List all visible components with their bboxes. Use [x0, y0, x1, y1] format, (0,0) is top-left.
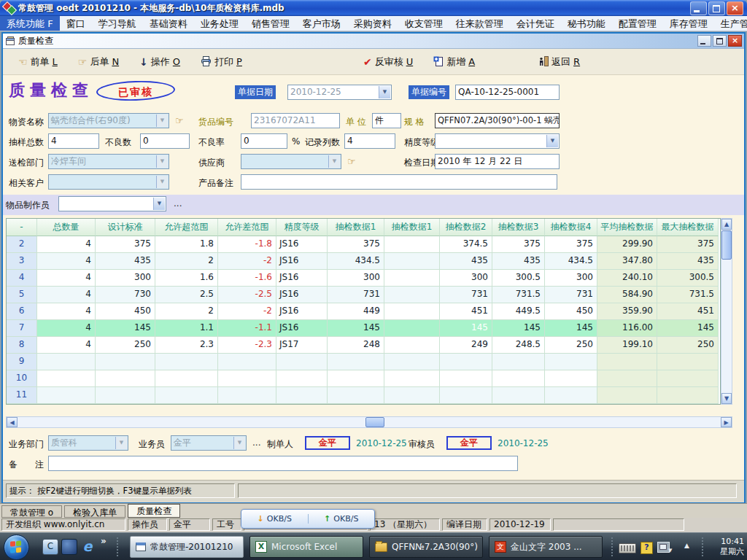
cell[interactable]: 1.1: [155, 320, 218, 337]
menu-item-3[interactable]: 学习导航: [92, 16, 143, 31]
cell[interactable]: [384, 253, 440, 270]
column-header[interactable]: 设计标准: [96, 219, 155, 236]
cell[interactable]: 731: [545, 287, 597, 303]
cell[interactable]: [384, 387, 440, 404]
mdi-tab-1[interactable]: 常鼓管理 o: [1, 505, 62, 518]
maker-combo[interactable]: ▼: [58, 196, 166, 211]
biz-dept-combo[interactable]: 质管科▼: [48, 435, 128, 451]
item-no-field[interactable]: 23167072A11: [251, 113, 340, 128]
menu-item-6[interactable]: 销售管理: [245, 16, 296, 31]
cell[interactable]: 300: [440, 270, 492, 287]
child-close-button[interactable]: ×: [728, 35, 742, 47]
keyboard-tray-icon[interactable]: [619, 543, 636, 553]
menu-item-12[interactable]: 秘书功能: [561, 16, 612, 31]
cell[interactable]: JS16: [276, 236, 328, 253]
menu-item-11[interactable]: 会计凭证: [510, 16, 561, 31]
toolbar-button-N[interactable]: ☞后单N: [73, 52, 124, 71]
defect-count-field[interactable]: 0: [140, 133, 190, 149]
row-header[interactable]: 8: [7, 337, 37, 354]
cell[interactable]: 145: [657, 320, 719, 337]
dept-combo[interactable]: 冷焊车间▼: [48, 154, 169, 169]
cell[interactable]: [384, 370, 440, 387]
cell[interactable]: 375: [492, 236, 545, 253]
cell[interactable]: 435: [492, 253, 545, 270]
cell[interactable]: 375: [545, 236, 597, 253]
cell[interactable]: [657, 354, 719, 370]
cell[interactable]: [96, 387, 155, 404]
cell[interactable]: [328, 354, 384, 370]
column-header[interactable]: 抽检数据2: [440, 219, 492, 236]
toolbar-button-P[interactable]: 打印P: [196, 52, 247, 71]
cell[interactable]: [37, 387, 96, 404]
row-header[interactable]: 11: [7, 387, 37, 404]
cell[interactable]: [276, 354, 328, 370]
cell[interactable]: JS16: [276, 320, 328, 337]
cell[interactable]: 584.90: [597, 287, 657, 303]
toolbar-button-L[interactable]: ☜前单L: [13, 52, 63, 71]
cell[interactable]: 4: [37, 303, 96, 320]
chevron-down-icon[interactable]: ▼: [546, 135, 558, 147]
cell[interactable]: 300.5: [492, 270, 545, 287]
bill-no-field[interactable]: QA-10-12-25-0001: [455, 85, 560, 100]
mdi-tab-3[interactable]: 质量检查: [128, 504, 180, 518]
cell[interactable]: [218, 370, 276, 387]
cell[interactable]: 2: [155, 303, 218, 320]
cell[interactable]: [384, 354, 440, 370]
row-header[interactable]: 2: [7, 236, 37, 253]
cell[interactable]: JS16: [276, 253, 328, 270]
cell[interactable]: [384, 337, 440, 354]
cell[interactable]: 375: [96, 236, 155, 253]
column-header[interactable]: -: [7, 219, 37, 236]
cell[interactable]: 2.3: [155, 337, 218, 354]
cell[interactable]: 250: [545, 337, 597, 354]
row-header[interactable]: 6: [7, 303, 37, 320]
menu-item-7[interactable]: 客户市场: [296, 16, 347, 31]
mdi-tab-2[interactable]: 检验入库单: [64, 505, 125, 518]
child-minimize-button[interactable]: [697, 35, 711, 47]
row-header[interactable]: 10: [7, 370, 37, 387]
cell[interactable]: 731.5: [492, 287, 545, 303]
bill-date-combo[interactable]: 2010-12-25▼: [287, 85, 392, 100]
task-button-4[interactable]: 文金山文字 2003 ...: [489, 536, 603, 558]
cell[interactable]: 300: [328, 270, 384, 287]
spec-field[interactable]: QFFN07.2A/30(90°)-00-1 蜗壳: [435, 113, 560, 128]
cell[interactable]: 374.5: [440, 236, 492, 253]
menu-item-9[interactable]: 收支管理: [398, 16, 449, 31]
tray-clock[interactable]: 10:41 星期六: [720, 537, 744, 557]
horizontal-scrollbar[interactable]: ◀ ▶: [6, 416, 732, 428]
cell[interactable]: [37, 354, 96, 370]
cell[interactable]: [492, 387, 545, 404]
product-note-field[interactable]: [241, 174, 557, 190]
cell[interactable]: 375: [657, 236, 719, 253]
cell[interactable]: JS16: [276, 270, 328, 287]
cell[interactable]: 300.5: [657, 270, 719, 287]
cell[interactable]: 434.5: [328, 253, 384, 270]
cell[interactable]: [657, 387, 719, 404]
tray-chevron-down-icon[interactable]: ▼: [668, 548, 672, 553]
cell[interactable]: 145: [328, 320, 384, 337]
quicklaunch-app-icon[interactable]: C: [42, 539, 58, 555]
column-header[interactable]: 抽检数据1: [384, 219, 440, 236]
vertical-scrollbar[interactable]: ▲ ▼: [721, 218, 732, 405]
chevron-down-icon[interactable]: ▼: [156, 176, 168, 188]
note-field[interactable]: [48, 456, 518, 471]
cell[interactable]: [276, 387, 328, 404]
column-header[interactable]: 抽检数据3: [492, 219, 545, 236]
cell[interactable]: -2: [218, 303, 276, 320]
cell[interactable]: [155, 370, 218, 387]
defect-rate-field[interactable]: 0: [241, 133, 287, 149]
customer-combo[interactable]: ▼: [48, 174, 169, 190]
scroll-down-icon[interactable]: ▼: [721, 393, 732, 404]
menu-item-1[interactable]: 系统功能 F: [0, 16, 60, 31]
column-header[interactable]: 平均抽检数据: [597, 219, 657, 236]
cell[interactable]: [276, 370, 328, 387]
cell[interactable]: [37, 370, 96, 387]
cell[interactable]: JS16: [276, 303, 328, 320]
quicklaunch-browser-icon[interactable]: [61, 539, 77, 555]
unit-field[interactable]: 件: [372, 113, 401, 128]
cell[interactable]: 731.5: [657, 287, 719, 303]
cell[interactable]: [440, 387, 492, 404]
cell[interactable]: 240.10: [597, 270, 657, 287]
minimize-button[interactable]: [690, 1, 707, 15]
cell[interactable]: 116.00: [597, 320, 657, 337]
